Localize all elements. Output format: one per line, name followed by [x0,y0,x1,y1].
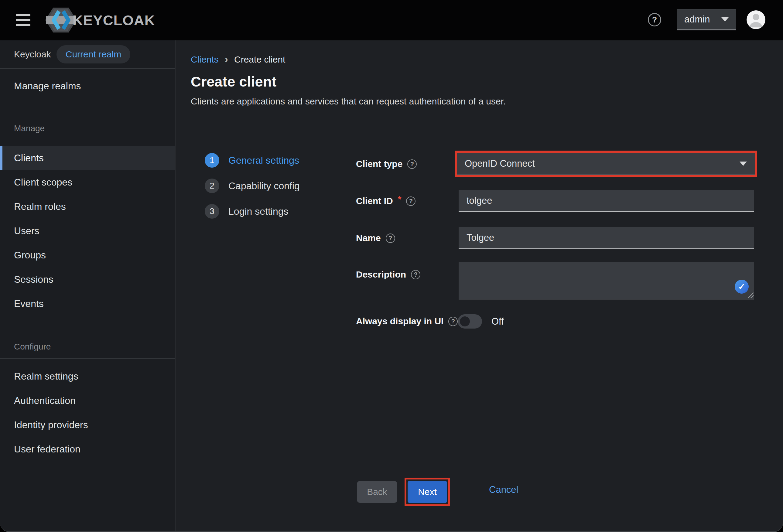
page-title: Create client [191,73,276,90]
name-label: Name [356,233,381,243]
nav-group-configure: Configure [0,341,175,352]
wizard-step-capability-config[interactable]: 2 Capability config [205,179,300,193]
step-label: Login settings [228,206,288,217]
client-type-value: OpenID Connect [465,158,535,169]
resize-handle[interactable] [747,291,754,298]
sidebar-nav: Manage realms Manage Clients Client scop… [0,74,175,461]
user-avatar-icon [747,10,765,29]
always-display-label: Always display in UI [356,316,443,326]
description-label: Description [356,269,406,280]
annotation-highlight-client-type: OpenID Connect [455,151,757,177]
step-label: Capability config [228,180,300,192]
step-label: General settings [228,155,299,166]
page-subtitle: Clients are applications and services th… [191,96,506,106]
realm-switcher: Keycloak Current realm [0,40,175,69]
sidebar-item-groups[interactable]: Groups [0,243,175,267]
client-id-label-row: Client ID * ? [356,194,415,208]
wizard-step-general-settings[interactable]: 1 General settings [205,153,300,167]
description-label-row: Description ? [356,268,420,281]
hamburger-menu-icon[interactable] [16,13,30,27]
client-type-label-row: Client type ? [356,157,417,171]
sidebar-item-user-federation[interactable]: User federation [0,437,175,461]
name-label-row: Name ? [356,231,395,245]
chevron-down-icon [740,161,747,166]
keycloak-hexagon-icon [45,6,77,34]
sidebar-item-client-scopes[interactable]: Client scopes [0,170,175,194]
breadcrumb-clients-link[interactable]: Clients [191,54,219,65]
wizard-divider [342,135,342,520]
help-icon[interactable]: ? [386,233,395,243]
breadcrumb-current: Create client [234,54,285,65]
client-type-select[interactable]: OpenID Connect [457,153,755,175]
required-asterisk: * [398,194,402,205]
sidebar-item-sessions[interactable]: Sessions [0,267,175,291]
help-icon[interactable]: ? [407,159,417,169]
help-icon[interactable]: ? [406,196,415,206]
sidebar-item-realm-roles[interactable]: Realm roles [0,194,175,219]
sidebar-item-realm-settings[interactable]: Realm settings [0,364,175,388]
cancel-button[interactable]: Cancel [489,484,519,495]
section-divider [176,123,783,123]
nav-divider [0,140,175,140]
client-id-label: Client ID [356,196,393,206]
toggle-knob [460,316,470,326]
sidebar-item-manage-realms[interactable]: Manage realms [0,74,175,98]
always-display-toggle[interactable] [458,314,482,328]
keycloak-admin-console: KEYCLOAK ? admin Keycloak Current realm … [0,0,783,532]
client-type-label: Client type [356,159,402,169]
toggle-state-label: Off [492,314,504,328]
help-icon[interactable]: ? [448,317,458,326]
user-menu-dropdown[interactable]: admin [677,9,736,30]
main-content: Clients › Create client Create client Cl… [176,40,783,531]
sidebar: Keycloak Current realm Manage realms Man… [0,40,176,531]
wizard-step-login-settings[interactable]: 3 Login settings [205,204,300,219]
annotation-highlight-next: Next [405,478,450,506]
sidebar-item-events[interactable]: Events [0,291,175,316]
sidebar-item-identity-providers[interactable]: Identity providers [0,413,175,437]
wizard-steps: 1 General settings 2 Capability config 3… [205,153,300,229]
client-id-input[interactable] [459,190,754,212]
nav-divider [0,358,175,358]
name-input[interactable] [459,227,754,249]
description-field-wrap: ✓ [459,262,754,300]
step-number-badge: 3 [205,204,219,219]
chevron-down-icon [721,17,729,22]
step-number-badge: 2 [205,179,219,193]
breadcrumb-separator-icon: › [225,53,228,65]
help-icon[interactable]: ? [648,13,661,26]
help-icon[interactable]: ? [411,270,420,279]
brand-wordmark: KEYCLOAK [72,12,155,29]
current-realm-badge[interactable]: Current realm [57,45,130,63]
nav-group-manage: Manage [0,123,175,134]
next-button[interactable]: Next [408,481,447,503]
breadcrumb: Clients › Create client [191,53,285,66]
sidebar-item-authentication[interactable]: Authentication [0,388,175,413]
avatar[interactable] [747,10,765,29]
sidebar-item-users[interactable]: Users [0,219,175,243]
always-display-label-row: Always display in UI ? [356,314,458,328]
masthead: KEYCLOAK ? admin [0,0,783,40]
realm-app-label: Keycloak [14,49,51,60]
user-menu-label: admin [684,14,710,25]
sidebar-item-clients[interactable]: Clients [0,146,175,170]
keycloak-logo[interactable]: KEYCLOAK [45,6,155,34]
description-textarea[interactable] [459,262,754,300]
back-button[interactable]: Back [357,481,397,503]
step-number-badge: 1 [205,153,219,167]
